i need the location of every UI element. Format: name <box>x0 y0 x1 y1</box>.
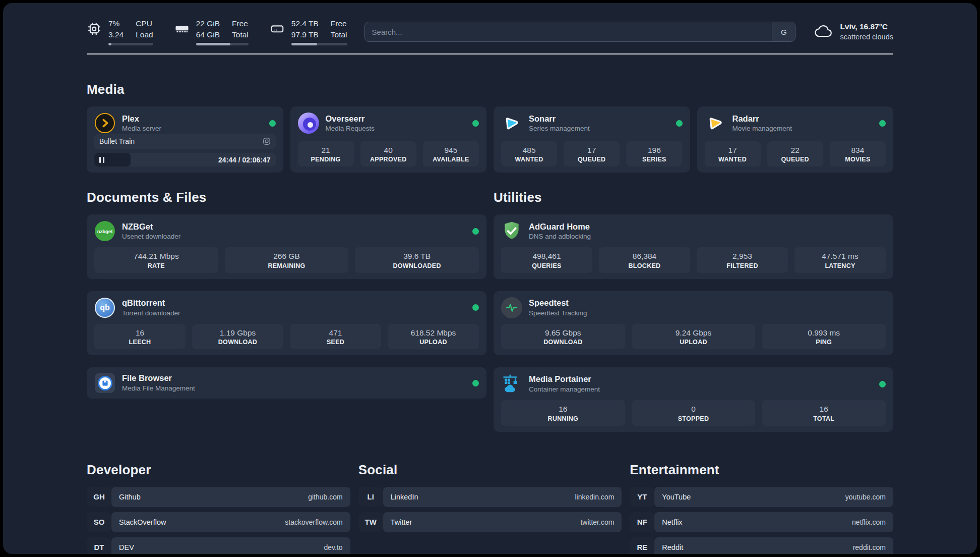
system-stats: 7% 3.24 CPU Load <box>87 18 347 45</box>
adguard-icon <box>501 220 522 242</box>
stat-tile: 471SEED <box>290 324 381 349</box>
service-card-nzbget[interactable]: nzbget NZBGet Usenet downloader 744.21 M… <box>87 214 486 278</box>
service-description: Speedtest Tracking <box>529 309 587 318</box>
bookmark-twitter[interactable]: TW Twittertwitter.com <box>358 512 622 532</box>
service-card-qbittorrent[interactable]: qb qBittorrent Torrent downloader 16LEEC… <box>87 291 486 355</box>
cpu-stat: 7% 3.24 CPU Load <box>87 18 153 45</box>
stat-tile: 0STOPPED <box>632 400 756 425</box>
weather-widget[interactable]: Lviv, 16.87°C scattered clouds <box>813 21 893 42</box>
status-dot <box>472 304 479 311</box>
bookmark-stackoverflow[interactable]: SO StackOverflowstackoverflow.com <box>87 512 350 532</box>
playback-time: 24:44 / 02:06:47 <box>218 156 276 164</box>
section-documents-files: Documents & Files nzbget NZBGet Usenet d… <box>87 190 486 431</box>
stat-tile: 498,461QUERIES <box>501 247 592 272</box>
bookmark-url: reddit.com <box>853 543 886 551</box>
bookmark-name: Twitter <box>391 518 412 526</box>
section-title-social: Social <box>358 462 622 478</box>
bookmark-name: Netflix <box>662 518 682 526</box>
service-description: Series management <box>529 125 590 133</box>
bookmark-abbr: NF <box>630 512 654 532</box>
service-name: NZBGet <box>122 221 180 232</box>
stat-tile: 196SERIES <box>626 141 682 166</box>
disk-progress-fill <box>291 43 317 45</box>
service-card-portainer[interactable]: Media Portainer Container management 16R… <box>494 367 893 431</box>
nzbget-icon: nzbget <box>95 221 115 241</box>
bookmark-url: github.com <box>308 493 342 501</box>
bookmark-name: DEV <box>119 543 134 551</box>
status-dot <box>472 228 479 235</box>
service-description: Movie management <box>732 125 792 133</box>
bookmark-abbr: GH <box>87 487 111 507</box>
overseerr-icon <box>298 113 319 134</box>
search-input[interactable] <box>364 22 796 42</box>
bookmark-name: Github <box>119 493 141 501</box>
service-name: Radarr <box>732 114 792 124</box>
playback-progress-bar[interactable]: 24:44 / 02:06:47 <box>94 153 276 166</box>
section-title-developer: Developer <box>87 462 350 478</box>
bookmark-abbr: YT <box>630 487 654 507</box>
bookmark-youtube[interactable]: YT YouTubeyoutube.com <box>630 487 893 507</box>
bookmark-name: LinkedIn <box>391 493 418 501</box>
service-description: Media server <box>122 125 161 133</box>
status-dot <box>879 120 886 127</box>
bookmark-url: twitter.com <box>580 518 614 526</box>
status-dot <box>472 380 479 386</box>
service-card-speedtest[interactable]: Speedtest Speedtest Tracking 9.65 GbpsDO… <box>494 291 893 355</box>
status-dot <box>472 120 479 127</box>
service-description: Torrent downloader <box>122 309 180 318</box>
qbittorrent-icon: qb <box>95 298 115 318</box>
service-name: Speedtest <box>529 298 587 308</box>
memory-free-label: Free <box>232 18 249 29</box>
service-description: Usenet downloader <box>122 233 180 241</box>
memory-stat: 22 GiB 64 GiB Free Total <box>174 18 249 45</box>
memory-progress-fill <box>196 43 231 45</box>
disk-free-value: 52.4 TB <box>291 18 319 29</box>
cpu-load-label: Load <box>136 29 153 40</box>
stat-tile: 40APPROVED <box>360 141 416 166</box>
service-card-plex[interactable]: Plex Media server Bullet Train 24:44 / <box>87 106 283 173</box>
service-name: AdGuard Home <box>529 221 591 232</box>
stat-tile: 9.65 GbpsDOWNLOAD <box>501 324 625 349</box>
portainer-icon <box>501 373 522 395</box>
plex-icon <box>95 113 115 133</box>
bookmark-reddit[interactable]: RE Redditreddit.com <box>630 537 893 554</box>
bookmark-name: YouTube <box>662 493 691 501</box>
top-bar: 7% 3.24 CPU Load <box>87 3 893 45</box>
sonarr-icon <box>501 113 522 134</box>
bookmark-netflix[interactable]: NF Netflixnetflix.com <box>630 512 893 532</box>
service-card-radarr[interactable]: Radarr Movie management 17WANTED 22QUEUE… <box>697 106 894 173</box>
now-playing-title: Bullet Train <box>99 137 135 145</box>
radarr-icon <box>705 113 726 134</box>
memory-progress-track <box>196 43 249 45</box>
stat-tile: 266 GBREMAINING <box>225 247 349 272</box>
stat-tile: 1.19 GbpsDOWNLOAD <box>192 324 283 349</box>
bookmark-dev[interactable]: DT DEVdev.to <box>87 537 350 554</box>
stat-tile: 16LEECH <box>94 324 186 349</box>
service-name: Sonarr <box>529 114 590 124</box>
service-card-overseerr[interactable]: Overseerr Media Requests 21PENDING 40APP… <box>290 106 487 173</box>
stat-tile: 86,384BLOCKED <box>599 247 690 272</box>
status-dot <box>676 120 683 127</box>
service-description: DNS and adblocking <box>529 233 591 241</box>
filebrowser-icon <box>95 373 115 393</box>
stat-tile: 39.6 TBDOWNLOADED <box>355 247 479 272</box>
section-utilities: Utilities <box>494 190 893 431</box>
service-card-sonarr[interactable]: Sonarr Series management 485WANTED 17QUE… <box>494 106 690 173</box>
search-provider-button[interactable]: G <box>772 22 795 41</box>
disk-icon <box>270 21 285 36</box>
bookmark-url: netflix.com <box>852 518 886 526</box>
section-title-utilities: Utilities <box>494 190 893 205</box>
bookmark-linkedin[interactable]: LI LinkedInlinkedin.com <box>358 487 622 507</box>
service-card-filebrowser[interactable]: File Browser Media File Management <box>87 367 486 399</box>
weather-location: Lviv, 16.87°C <box>840 22 893 32</box>
status-dot <box>269 120 276 127</box>
bookmark-name: Reddit <box>662 543 683 551</box>
stat-tile: 485WANTED <box>501 141 557 166</box>
service-card-adguard[interactable]: AdGuard Home DNS and adblocking 498,461Q… <box>494 214 893 278</box>
bookmark-github[interactable]: GH Githubgithub.com <box>87 487 350 507</box>
stat-tile: 2,953FILTERED <box>697 247 788 272</box>
disk-progress-track <box>291 43 347 45</box>
disk-free-label: Free <box>331 18 347 29</box>
stat-tile: 16RUNNING <box>501 400 625 425</box>
search-bar: G <box>364 22 796 42</box>
